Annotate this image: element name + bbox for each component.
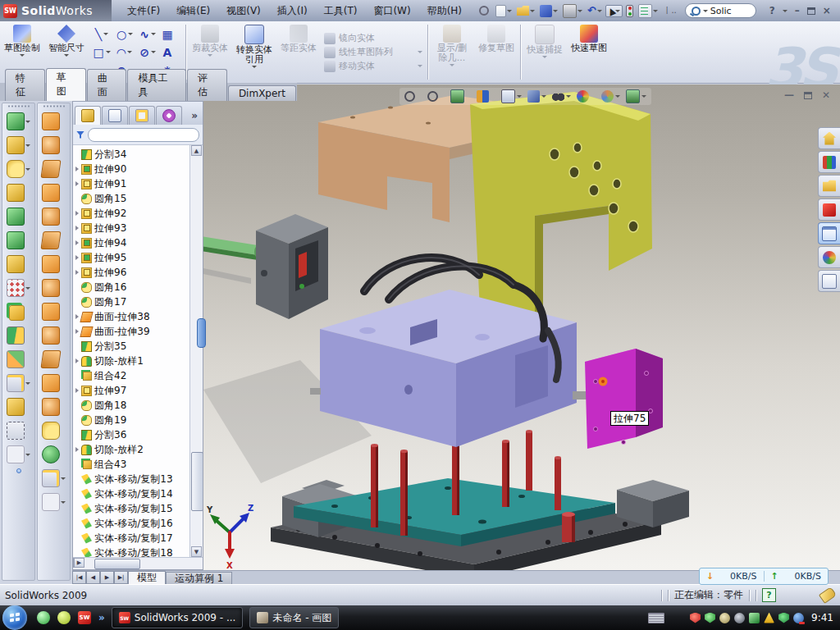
doc-minimize-button[interactable]: — [784,89,794,101]
search-dropdown-icon[interactable] [703,10,708,12]
combine[interactable] [7,303,30,321]
expand-icon[interactable] [75,255,79,260]
tree-item[interactable]: 拉伸95 [73,250,188,265]
scroll-down-icon[interactable]: ▼ [191,546,202,557]
previous-view-icon[interactable] [450,89,471,103]
pin-icon[interactable] [476,3,492,18]
tree-item[interactable]: 圆角18 [73,398,188,413]
custom-properties-tab[interactable] [818,270,840,292]
quick-launch-expand-icon[interactable]: » [98,612,105,623]
offset-entities-button[interactable]: 等距实体 [276,21,321,83]
tree-item[interactable]: 切除-放样2 [73,442,188,457]
expand-icon[interactable] [75,181,79,186]
fillet[interactable] [7,160,30,178]
dimxpertmanager-tab[interactable] [156,106,182,125]
badge-tray-icon[interactable] [719,613,730,623]
convert-entities-button[interactable]: 转换实体引用 [232,21,276,83]
tree-item[interactable]: 曲面-拉伸39 [73,324,188,339]
extruded-boss[interactable] [7,112,30,130]
help-dropdown-icon[interactable] [783,10,788,12]
design-library-tab[interactable] [818,151,840,173]
expand-icon[interactable] [75,226,79,231]
tag-icon[interactable] [819,587,837,604]
offset-surface[interactable] [42,231,66,249]
tree-item[interactable]: 实体-移动/复制13 [73,472,188,486]
appearances-tab[interactable] [818,246,840,268]
close-button[interactable]: × [823,5,831,16]
tree-item[interactable]: 分割35 [73,339,188,354]
tree-item[interactable]: 实体-移动/复制16 [73,516,188,531]
expand-icon[interactable] [75,329,79,334]
knit-surface[interactable] [42,303,66,321]
plane[interactable] [7,398,30,416]
tab-scroll-first-icon[interactable]: |◀ [72,571,86,584]
menu-item[interactable]: 文件(F) [120,2,167,21]
move-face[interactable] [42,374,66,392]
tree-item[interactable]: 拉伸92 [73,206,188,221]
solidworks-resources-tab[interactable] [818,127,840,149]
motion-study-tab[interactable]: 运动算例 1 [166,572,232,584]
shell[interactable] [7,231,30,249]
expand-icon[interactable] [75,358,79,363]
volume-tray-icon[interactable] [734,613,745,623]
swept-surface[interactable] [42,112,66,130]
minimize-button[interactable]: – [795,5,800,16]
search-input[interactable]: Solic [685,3,756,18]
new-document-button[interactable] [494,4,514,18]
curve-tool[interactable] [42,493,66,511]
tree-item[interactable]: 拉伸94 [73,235,188,250]
apply-scene-icon[interactable] [601,90,620,103]
model-tab[interactable]: 模型 [128,571,166,584]
ribbon-tab[interactable]: 草图 [46,68,86,101]
tree-item[interactable]: 拉伸96 [73,265,188,280]
spline-tool[interactable]: ∿ [136,25,159,43]
circle-tool[interactable]: ○ [113,25,136,43]
model-canvas[interactable]: Y Z X [203,84,840,570]
tree-item[interactable]: 实体-移动/复制14 [73,486,188,501]
extruded-cut[interactable] [7,136,30,154]
menu-item[interactable]: 工具(T) [317,2,365,21]
toolbar-grip[interactable] [7,105,30,107]
tab-scroll-prev-icon[interactable]: ◀ [86,571,100,584]
face-fillet[interactable] [42,422,66,440]
tree-item[interactable]: 拉伸97 [73,383,188,398]
guard-tray-icon[interactable] [778,613,789,623]
ribbon-tab[interactable]: 评估 [187,69,227,101]
split[interactable] [7,326,30,345]
tree-item[interactable]: 分割36 [73,427,188,442]
reference-geometry[interactable] [7,374,30,392]
tree-item[interactable]: 拉伸93 [73,221,188,235]
messenger-icon[interactable] [37,611,50,624]
tree-vertical-scrollbar[interactable]: ▲ ▼ [189,145,203,557]
expand-icon[interactable] [75,447,79,452]
tree-item[interactable]: 分割34 [73,147,188,162]
doc-close-button[interactable]: ✕ [822,89,830,101]
display-delete-relations-button[interactable]: 显示/删除几... [430,21,474,83]
tree-item[interactable]: 切除-放样1 [73,354,188,368]
sync-tray-icon[interactable] [793,613,804,623]
view-settings-icon[interactable] [626,89,646,103]
menu-item[interactable]: 插入(I) [270,2,315,21]
freeform[interactable] [42,398,66,416]
tree-item[interactable]: 实体-移动/复制18 [73,546,188,557]
linear-pattern[interactable] [7,279,30,297]
dome[interactable] [42,445,66,463]
filter-input[interactable] [88,128,199,142]
propertymanager-tab[interactable] [102,106,128,125]
edit-appearance-icon[interactable] [577,90,596,103]
undo-button[interactable]: ↶ [586,4,604,18]
lofted-boss[interactable] [7,208,30,226]
solidworks-quick-launch-icon[interactable]: SW [78,611,91,624]
graphics-viewport[interactable]: Y Z X — ✕ 拉伸75 [203,84,840,570]
move-copy-body[interactable] [7,350,30,368]
revolved-surface[interactable] [42,136,66,154]
ellipse-tool[interactable]: ⊘ [136,43,159,62]
linear-sketch-pattern-button[interactable]: 线性草图阵列 [324,46,422,58]
expand-icon[interactable] [75,211,79,216]
expand-icon[interactable] [75,314,79,319]
toolbar-grip[interactable] [43,105,66,107]
rapid-sketch-button[interactable]: 快速草图 [567,21,611,83]
lofted-surface[interactable] [42,279,66,297]
tree-item[interactable]: 组合43 [73,457,188,472]
ribbon-tab[interactable]: 特征 [5,69,45,101]
